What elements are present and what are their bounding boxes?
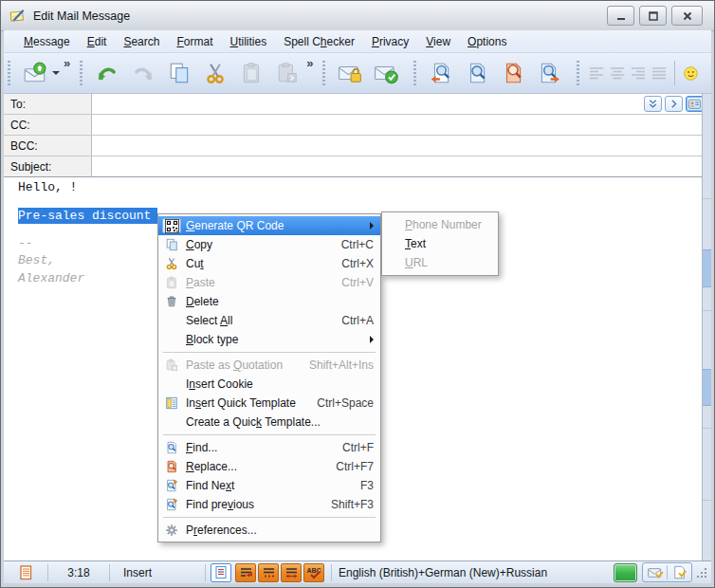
cursor-position: 3:18 — [48, 561, 109, 583]
menu-item-find[interactable]: Find... Ctrl+F — [158, 438, 380, 457]
maximize-button[interactable] — [639, 6, 667, 26]
send-dropdown-caret-icon[interactable] — [52, 71, 60, 75]
align-right-button[interactable] — [628, 62, 649, 84]
menu-options[interactable]: Options — [459, 32, 515, 51]
find-previous-button[interactable] — [423, 57, 459, 89]
toolbar-grip[interactable] — [80, 61, 82, 85]
toolbar-group-find — [410, 54, 573, 92]
menu-item-insert-cookie[interactable]: Insert Cookie — [158, 375, 380, 394]
send-button[interactable] — [17, 57, 63, 89]
toolbar-grip[interactable] — [577, 61, 579, 85]
trash-icon — [162, 294, 181, 309]
align-left-button[interactable] — [586, 62, 607, 84]
paragraph-marks-toggle[interactable] — [258, 563, 279, 582]
toolbar-group-align — [573, 54, 706, 92]
menu-item-copy[interactable]: Copy Ctrl+C — [158, 235, 380, 254]
submenu-item-text[interactable]: Text — [382, 234, 498, 253]
spell-language-indicator[interactable]: English (British)+German (New)+Russian — [332, 561, 614, 583]
justify-button[interactable] — [649, 62, 669, 84]
toolbar-grip[interactable] — [8, 61, 10, 85]
qr-code-submenu: Phone Number Text URL — [381, 211, 499, 276]
margins-toggle[interactable] — [281, 563, 302, 582]
check-document-button[interactable] — [668, 563, 691, 581]
format-view-toggle[interactable] — [211, 563, 231, 582]
toolbar-grip[interactable] — [322, 61, 325, 85]
menu-spell-checker[interactable]: Spell Checker — [275, 32, 363, 51]
close-button[interactable] — [671, 6, 703, 26]
right-panel-strip[interactable] — [702, 94, 711, 560]
menu-format[interactable]: Format — [168, 32, 221, 51]
toolbar-overflow-chevron[interactable]: » — [306, 56, 313, 70]
body-line: Hello, ! — [18, 180, 77, 194]
find-button[interactable] — [459, 57, 495, 89]
toolbar-overflow-chevron[interactable]: » — [64, 56, 70, 70]
submenu-item-url[interactable]: URL — [382, 253, 498, 272]
insert-smiley-button[interactable] — [680, 62, 701, 84]
minimize-button[interactable] — [607, 6, 634, 26]
resize-grip[interactable] — [692, 561, 711, 583]
spell-check-toggle[interactable]: ABC — [303, 563, 324, 582]
gear-icon — [162, 523, 181, 538]
encrypt-mail-button[interactable] — [332, 57, 368, 89]
qr-code-icon — [162, 218, 181, 233]
bcc-input[interactable] — [92, 136, 711, 156]
signature-line: Alexander — [18, 271, 84, 285]
menu-message[interactable]: Message — [15, 32, 79, 51]
selected-text: Pre-sales discount — [18, 208, 157, 224]
connection-status-indicator[interactable] — [614, 563, 637, 582]
clipboard-icon — [162, 275, 181, 290]
menu-item-paste-as-quotation[interactable]: Paste as Quotation Shift+Alt+Ins — [158, 356, 380, 375]
paste-button[interactable] — [233, 57, 269, 89]
edit-mail-message-window: Edit Mail Message Message Edit Search Fo… — [0, 0, 715, 588]
redo-button[interactable] — [125, 57, 161, 89]
menu-item-block-type[interactable]: Block type — [158, 330, 380, 349]
message-source-indicator[interactable] — [4, 561, 47, 583]
undo-button[interactable] — [89, 57, 125, 89]
toolbar-grip[interactable] — [413, 61, 416, 85]
menu-utilities[interactable]: Utilities — [221, 32, 275, 51]
sign-mail-button[interactable] — [368, 57, 404, 89]
align-center-button[interactable] — [607, 62, 628, 84]
menu-edit[interactable]: Edit — [79, 32, 116, 51]
menu-item-find-next[interactable]: Find Next F3 — [158, 476, 380, 495]
strip-divider — [703, 500, 711, 501]
paste-special-button[interactable] — [269, 57, 305, 89]
insert-mode-indicator: Insert — [110, 561, 205, 583]
find-next-button[interactable] — [531, 57, 567, 89]
cc-input[interactable] — [92, 115, 711, 135]
menu-item-cut[interactable]: Cut Ctrl+X — [158, 254, 380, 273]
check-mail-button[interactable] — [643, 563, 667, 581]
menu-item-paste[interactable]: Paste Ctrl+V — [158, 273, 380, 292]
menu-item-select-all[interactable]: Select All Ctrl+A — [158, 311, 380, 330]
to-row: To: — [4, 94, 711, 115]
menu-privacy[interactable]: Privacy — [363, 32, 417, 51]
app-icon — [9, 8, 26, 24]
title-bar: Edit Mail Message — [1, 1, 714, 31]
menu-item-delete[interactable]: Delete — [158, 292, 380, 311]
more-recipients-button[interactable] — [665, 96, 683, 112]
subject-label: Subject: — [4, 156, 92, 176]
submenu-item-phone-number[interactable]: Phone Number — [382, 215, 498, 234]
signature-line: Best, — [18, 253, 55, 267]
menu-search[interactable]: Search — [115, 32, 168, 51]
menu-item-create-quick-template[interactable]: Create a Quick Template... — [158, 413, 380, 432]
copy-icon — [162, 237, 181, 252]
menu-item-generate-qr-code[interactable]: Generate QR Code — [158, 216, 380, 235]
copy-button[interactable] — [161, 57, 197, 89]
menu-item-preferences[interactable]: Preferences... — [158, 521, 380, 540]
header-fields: To: — [4, 94, 711, 177]
replace-button[interactable] — [495, 57, 531, 89]
mail-check-cluster — [642, 562, 692, 582]
menu-item-replace[interactable]: Replace... Ctrl+F7 — [158, 457, 380, 476]
body-line-selected: Pre-sales discount — [18, 209, 157, 223]
find-previous-icon — [162, 497, 181, 512]
menu-item-find-previous[interactable]: Find previous Shift+F3 — [158, 495, 380, 514]
menu-view[interactable]: View — [417, 32, 459, 51]
word-wrap-toggle[interactable] — [235, 563, 256, 582]
expand-headers-button[interactable] — [644, 96, 662, 112]
cut-button[interactable] — [197, 57, 233, 89]
subject-input[interactable] — [92, 156, 711, 176]
strip-divider — [703, 310, 711, 311]
to-input[interactable] — [92, 94, 711, 114]
menu-item-insert-quick-template[interactable]: Insert Quick Template Ctrl+Space — [158, 394, 380, 413]
